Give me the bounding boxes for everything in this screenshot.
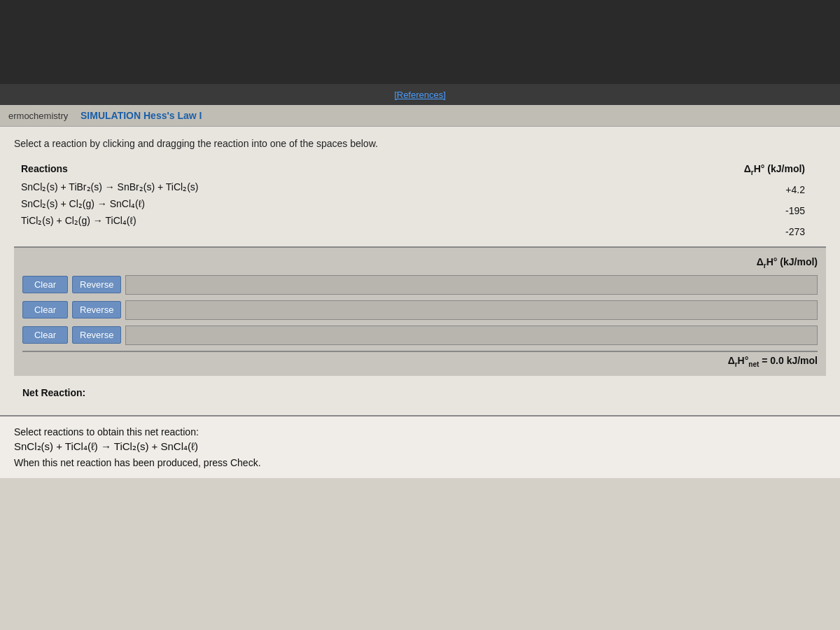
slot-input-1[interactable]: [125, 275, 818, 295]
references-link[interactable]: [References]: [394, 90, 446, 100]
delta-h-col: ΔrH° (kJ/mol) +4.2 -195 -273: [714, 163, 805, 239]
reverse-button-2[interactable]: Reverse: [72, 301, 121, 318]
clear-button-1[interactable]: Clear: [22, 276, 68, 293]
slots-section: ΔrH° (kJ/mol) Clear Reverse Clear Revers…: [14, 246, 826, 377]
reaction-row-1[interactable]: SnCl₂(s) + TiBr₂(s) → SnBr₂(s) + TiCl₂(s…: [21, 181, 700, 192]
target-label: Select reactions to obtain this net reac…: [14, 426, 826, 438]
reaction-formula-3: TiCl₂(s) + Cl₂(g) → TiCl₄(ℓ): [21, 215, 700, 226]
reactions-panel: Reactions SnCl₂(s) + TiBr₂(s) → SnBr₂(s)…: [21, 163, 700, 239]
app-container: ermochemistry SIMULATION Hess's Law I Se…: [0, 105, 840, 630]
slot-row-2: Clear Reverse: [22, 300, 818, 320]
slot-row-1: Clear Reverse: [22, 275, 818, 295]
clear-button-2[interactable]: Clear: [22, 301, 68, 318]
check-instruction: When this net reaction has been produced…: [14, 457, 826, 468]
net-reaction-label: Net Reaction:: [22, 387, 85, 398]
slot-row-3: Clear Reverse: [22, 326, 818, 345]
instruction: Select a reaction by clicking and draggi…: [14, 138, 826, 149]
reverse-button-1[interactable]: Reverse: [72, 276, 121, 293]
main-content: Select a reaction by clicking and draggi…: [0, 127, 840, 415]
delta-value-2: -195: [785, 203, 805, 218]
target-reaction: SnCl₂(s) + TiCl₄(ℓ) → TiCl₂(s) + SnCl₄(ℓ…: [14, 440, 826, 453]
delta-value-1: +4.2: [785, 182, 805, 197]
app-title: ermochemistry: [8, 111, 68, 121]
reaction-formula-1: SnCl₂(s) + TiBr₂(s) → SnBr₂(s) + TiCl₂(s…: [21, 181, 700, 192]
top-bar: [0, 0, 840, 84]
net-result: ΔrH°net = 0.0 kJ/mol: [728, 355, 818, 368]
delta-value-3: -273: [785, 224, 805, 239]
slot-input-3[interactable]: [125, 326, 818, 345]
bottom-section: Select reactions to obtain this net reac…: [0, 415, 840, 478]
reverse-button-3[interactable]: Reverse: [72, 326, 121, 344]
title-bar: ermochemistry SIMULATION Hess's Law I: [0, 105, 840, 127]
net-reaction-row: Net Reaction:: [14, 382, 826, 404]
slot-input-2[interactable]: [125, 300, 818, 320]
reaction-row-3[interactable]: TiCl₂(s) + Cl₂(g) → TiCl₄(ℓ): [21, 215, 700, 226]
references-bar: [References]: [0, 84, 840, 105]
reactions-area: Reactions SnCl₂(s) + TiBr₂(s) → SnBr₂(s)…: [14, 163, 826, 239]
reactions-col-header: Reactions: [21, 163, 700, 174]
sim-title: SIMULATION Hess's Law I: [80, 110, 202, 121]
clear-button-3[interactable]: Clear: [22, 326, 68, 344]
slots-delta-header: ΔrH° (kJ/mol): [22, 256, 818, 270]
reaction-row-2[interactable]: SnCl₂(s) + Cl₂(g) → SnCl₄(ℓ): [21, 198, 700, 209]
result-row: ΔrH°net = 0.0 kJ/mol: [22, 351, 818, 368]
reaction-formula-2: SnCl₂(s) + Cl₂(g) → SnCl₄(ℓ): [21, 198, 700, 209]
delta-h-col-header: ΔrH° (kJ/mol): [744, 163, 805, 176]
